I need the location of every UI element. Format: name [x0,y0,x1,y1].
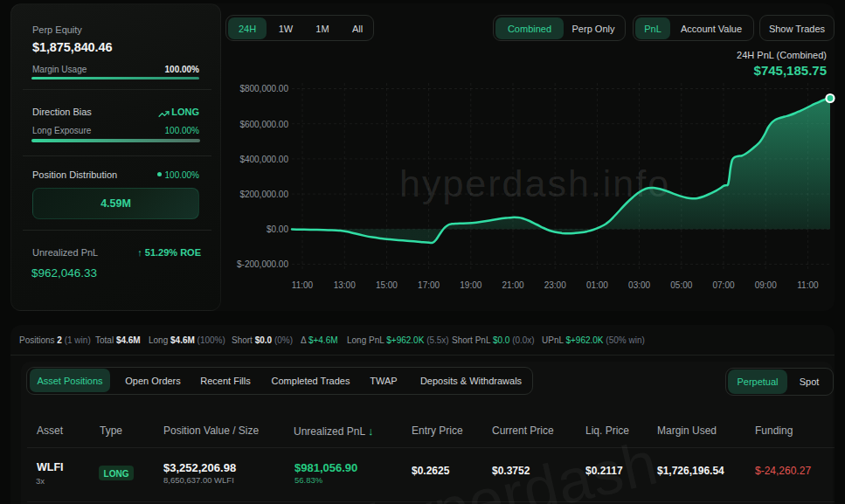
svg-text:$600,000.00: $600,000.00 [239,120,288,129]
svg-text:$0.00: $0.00 [267,224,288,234]
svg-text:05:00: 05:00 [670,280,692,290]
svg-text:21:00: 21:00 [502,280,523,290]
svg-text:07:00: 07:00 [712,280,734,290]
svg-text:11:00: 11:00 [292,280,314,290]
svg-text:11:00: 11:00 [797,280,819,290]
svg-text:03:00: 03:00 [628,280,650,290]
svg-text:13:00: 13:00 [334,280,356,290]
svg-text:$400,000.00: $400,000.00 [239,155,288,164]
svg-text:15:00: 15:00 [376,280,398,290]
svg-text:$800,000.00: $800,000.00 [239,84,288,93]
svg-text:$-200,000.00: $-200,000.00 [237,259,288,269]
svg-text:17:00: 17:00 [418,280,440,290]
svg-text:01:00: 01:00 [586,280,608,290]
svg-text:19:00: 19:00 [460,280,481,290]
svg-text:09:00: 09:00 [755,280,777,290]
svg-text:$200,000.00: $200,000.00 [239,190,288,199]
svg-text:23:00: 23:00 [544,280,566,290]
